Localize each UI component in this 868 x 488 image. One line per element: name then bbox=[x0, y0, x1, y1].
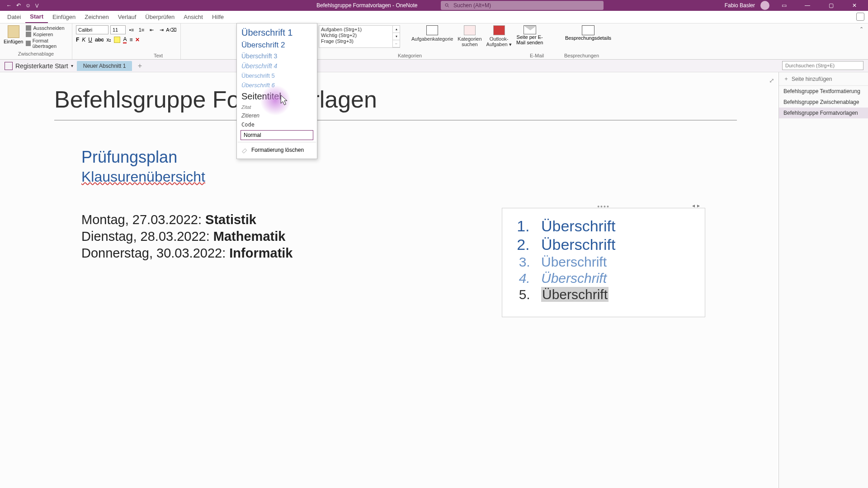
qat-dropdown-icon[interactable]: ⋁ bbox=[35, 3, 38, 8]
undo-icon[interactable]: ↶ bbox=[16, 2, 21, 9]
menu-review[interactable]: Überprüfen bbox=[141, 11, 179, 23]
section-tab-1[interactable]: Neuer Abschnitt 1 bbox=[77, 61, 132, 71]
find-categories-label: Kategorien suchen bbox=[458, 36, 481, 47]
user-avatar[interactable] bbox=[760, 1, 769, 10]
font-size-input[interactable] bbox=[110, 25, 126, 34]
delete-button[interactable]: ✕ bbox=[135, 37, 140, 43]
list-item-3[interactable]: Überschrift bbox=[534, 254, 696, 270]
clear-style-button[interactable]: A⌫ bbox=[167, 26, 175, 34]
underline-button[interactable]: U bbox=[88, 37, 92, 43]
style-option-h2[interactable]: Überschrift 2 bbox=[237, 39, 317, 51]
container-drag-handle[interactable]: •••• bbox=[597, 203, 610, 210]
align-button[interactable]: ≡ bbox=[129, 37, 132, 43]
font-color-button[interactable]: A bbox=[123, 36, 127, 43]
container-nav-arrows[interactable]: ◂ ▸ bbox=[692, 202, 700, 209]
minimize-button[interactable]: — bbox=[798, 0, 816, 11]
menu-insert[interactable]: Einfügen bbox=[48, 11, 80, 23]
copy-button[interactable]: Kopieren bbox=[26, 32, 68, 37]
menu-file[interactable]: Datei bbox=[3, 11, 25, 23]
format-painter-button[interactable]: Format übertragen bbox=[26, 38, 68, 49]
add-section-button[interactable]: + bbox=[136, 62, 144, 70]
calendar-icon bbox=[582, 25, 594, 35]
expand-panel-icon[interactable]: ⤢ bbox=[769, 77, 774, 84]
style-option-h4[interactable]: Überschrift 4 bbox=[237, 61, 317, 71]
task-category-button[interactable]: Aufgabenkategorie bbox=[411, 25, 453, 47]
menu-help[interactable]: Hilfe bbox=[208, 11, 228, 23]
style-option-h6[interactable]: Überschrift 6 bbox=[237, 80, 317, 90]
outlook-tasks-button[interactable]: Outlook- Aufgaben ▾ bbox=[486, 25, 512, 47]
numbering-button[interactable]: 1≡ bbox=[137, 26, 146, 34]
tag-task[interactable]: Aufgaben (Strg+1) bbox=[321, 27, 392, 32]
content-heading-2[interactable]: Klausurenübersicht bbox=[81, 169, 778, 185]
plus-icon: ＋ bbox=[783, 75, 789, 83]
touch-mode-icon[interactable]: ☺ bbox=[25, 2, 31, 9]
style-option-quote[interactable]: Zitieren bbox=[237, 111, 317, 120]
task-category-label: Aufgabenkategorie bbox=[411, 36, 453, 42]
style-option-h1[interactable]: Überschrift 1 bbox=[237, 26, 317, 39]
tags-scroll-up[interactable]: ▴ bbox=[392, 26, 400, 33]
page-list-item-1[interactable]: Befehlsgruppe Zwischenablage bbox=[779, 97, 868, 108]
bold-button[interactable]: F bbox=[76, 37, 79, 43]
add-page-button[interactable]: ＋ Seite hinzufügen bbox=[779, 72, 868, 86]
style-option-normal[interactable]: Normal bbox=[241, 130, 313, 140]
page-canvas[interactable]: Befehlsgruppe Formatvorlagen Prüfungspla… bbox=[0, 72, 778, 488]
paste-button[interactable]: Einfügen bbox=[4, 25, 23, 49]
meeting-group-label: Besprechungen bbox=[564, 53, 599, 58]
style-option-h5[interactable]: Überschrift 5 bbox=[237, 71, 317, 80]
outdent-button[interactable]: ⇤ bbox=[147, 26, 156, 34]
ribbon-display-options-icon[interactable]: ▭ bbox=[775, 0, 793, 11]
clear-formatting-label: Formatierung löschen bbox=[251, 147, 304, 153]
list-item-4[interactable]: Überschrift bbox=[534, 271, 696, 286]
list-item-5[interactable]: Überschrift bbox=[534, 287, 696, 302]
menu-home[interactable]: Start bbox=[25, 11, 48, 23]
page-title[interactable]: Befehlsgruppe Formatvorlagen bbox=[54, 86, 737, 113]
find-categories-button[interactable]: Kategorien suchen bbox=[458, 25, 481, 47]
list-item-2[interactable]: Überschrift bbox=[534, 236, 696, 253]
email-label: Seite per E- Mail senden bbox=[516, 34, 543, 45]
svg-point-0 bbox=[445, 4, 448, 6]
menu-history[interactable]: Verlauf bbox=[113, 11, 141, 23]
style-option-h3[interactable]: Überschrift 3 bbox=[237, 51, 317, 61]
bullets-button[interactable]: •≡ bbox=[127, 26, 136, 34]
cut-button[interactable]: Ausschneiden bbox=[26, 25, 68, 31]
notebook-dropdown[interactable]: Registerkarte Start ▾ bbox=[5, 62, 73, 70]
style-option-code[interactable]: Code bbox=[237, 120, 317, 129]
outlook-tasks-label: Outlook- Aufgaben ▾ bbox=[486, 36, 512, 47]
list-item-5-text: Überschrift bbox=[541, 287, 609, 302]
tags-scroll-down[interactable]: ▾ bbox=[392, 33, 400, 40]
indent-button[interactable]: ⇥ bbox=[157, 26, 165, 34]
maximize-button[interactable]: ▢ bbox=[822, 0, 840, 11]
note-container[interactable]: •••• ◂ ▸ Überschrift Überschrift Übersch… bbox=[502, 208, 705, 317]
style-option-citation[interactable]: Zitat bbox=[237, 103, 317, 111]
collapse-ribbon-button[interactable]: ⌃ bbox=[859, 26, 863, 32]
content-heading-1[interactable]: Prüfungsplan bbox=[81, 148, 778, 167]
text-group-label: Text bbox=[154, 53, 163, 58]
menu-view[interactable]: Ansicht bbox=[179, 11, 208, 23]
nav-back-icon[interactable]: ← bbox=[6, 2, 12, 9]
highlight-button[interactable] bbox=[114, 37, 120, 43]
subscript-button[interactable]: x₂ bbox=[106, 37, 111, 43]
italic-button[interactable]: K bbox=[82, 37, 85, 43]
format-painter-label: Format übertragen bbox=[33, 38, 68, 49]
notebook-search-input[interactable] bbox=[782, 61, 863, 70]
page-list-item-2[interactable]: Befehlsgruppe Formatvorlagen bbox=[779, 108, 868, 118]
share-button[interactable] bbox=[856, 13, 864, 21]
tag-important[interactable]: Wichtig (Strg+2) bbox=[321, 33, 392, 38]
page-list-item-0[interactable]: Befehlsgruppe Textformatierung bbox=[779, 86, 868, 97]
strikethrough-button[interactable]: abc bbox=[95, 37, 104, 43]
menu-draw[interactable]: Zeichnen bbox=[80, 11, 113, 23]
font-name-input[interactable] bbox=[76, 25, 108, 34]
clear-formatting-button[interactable]: Formatierung löschen bbox=[237, 144, 317, 156]
list-item-1-text: Überschrift bbox=[541, 217, 615, 235]
cut-label: Ausschneiden bbox=[33, 25, 64, 31]
global-search-box[interactable]: Suchen (Alt+M) bbox=[441, 1, 604, 10]
close-button[interactable]: ✕ bbox=[845, 0, 863, 11]
paste-label: Einfügen bbox=[4, 39, 23, 44]
email-page-button[interactable]: Seite per E- Mail senden bbox=[516, 25, 543, 45]
notebook-name: Registerkarte Start bbox=[15, 62, 68, 70]
tag-question[interactable]: Frage (Strg+3) bbox=[321, 38, 392, 44]
meeting-details-button[interactable]: Besprechungsdetails bbox=[565, 25, 611, 41]
list-item-1[interactable]: Überschrift bbox=[534, 217, 696, 235]
style-option-page-title[interactable]: Seitentitel bbox=[237, 90, 317, 103]
tags-expand[interactable]: ⎓ bbox=[392, 40, 400, 47]
